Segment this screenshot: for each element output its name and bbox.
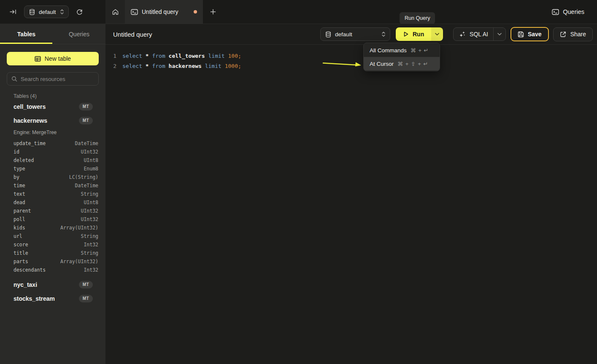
menu-item-shortcut: ⌘ + ↵ bbox=[411, 47, 429, 54]
sidebar-tabs: Tables Queries bbox=[0, 24, 105, 44]
refresh-button[interactable] bbox=[76, 8, 83, 16]
sql-ai-dropdown-button[interactable] bbox=[494, 28, 505, 40]
sidebar-tab-tables[interactable]: Tables bbox=[0, 24, 53, 44]
column-row: typeEnum8 bbox=[0, 164, 105, 173]
column-type: Array(UInt32) bbox=[60, 259, 98, 264]
column-name: parent bbox=[14, 208, 81, 214]
chevron-down-icon bbox=[435, 33, 439, 35]
column-name: id bbox=[14, 149, 81, 155]
column-name: descendants bbox=[14, 267, 84, 273]
sidebar-tab-tables-label: Tables bbox=[17, 31, 35, 38]
database-selector-toolbar[interactable]: default bbox=[320, 27, 390, 41]
menu-item-shortcut: ⌘ + ⇧ + ↵ bbox=[397, 61, 428, 67]
menu-item-at-cursor[interactable]: At Cursor⌘ + ⇧ + ↵ bbox=[364, 57, 440, 70]
refresh-icon bbox=[76, 8, 83, 16]
new-tab-button[interactable] bbox=[203, 0, 223, 24]
save-button-label: Save bbox=[528, 31, 542, 38]
engine-label: Engine: MergeTree bbox=[0, 128, 105, 137]
terminal-icon bbox=[131, 9, 138, 15]
column-name: deleted bbox=[14, 157, 84, 163]
column-row: idUInt32 bbox=[0, 148, 105, 156]
column-row: byLC(String) bbox=[0, 173, 105, 181]
run-button[interactable]: Run bbox=[396, 27, 431, 41]
database-icon bbox=[29, 9, 35, 15]
top-bar: default bbox=[0, 0, 597, 24]
new-table-label: New table bbox=[45, 55, 71, 62]
updown-chevron-icon bbox=[381, 31, 386, 37]
column-type: String bbox=[81, 233, 98, 239]
app-root: default bbox=[0, 0, 597, 364]
column-row: urlString bbox=[0, 232, 105, 240]
tab-label: Untitled query bbox=[142, 8, 190, 15]
search-icon bbox=[11, 76, 17, 82]
topbar-spacer bbox=[223, 0, 552, 24]
column-row: descendantsInt32 bbox=[0, 266, 105, 274]
column-type: UInt8 bbox=[84, 157, 98, 163]
active-tab-underline bbox=[0, 43, 52, 44]
column-row: pollUInt32 bbox=[0, 215, 105, 224]
sql-ai-button-group: SQL AI bbox=[453, 27, 506, 41]
sidebar-tab-queries-label: Queries bbox=[69, 31, 89, 38]
sql-editor[interactable]: 1select * from cell_towers limit 100;2se… bbox=[105, 45, 597, 364]
topbar-left-cluster: default bbox=[0, 0, 105, 24]
column-name: update_time bbox=[14, 140, 75, 146]
share-button[interactable]: Share bbox=[553, 27, 593, 41]
column-row: deadUInt8 bbox=[0, 198, 105, 207]
column-row: deletedUInt8 bbox=[0, 156, 105, 164]
menu-item-label: All Commands bbox=[370, 47, 407, 54]
home-button[interactable] bbox=[105, 0, 125, 24]
column-row: titleString bbox=[0, 249, 105, 257]
plus-icon bbox=[210, 9, 216, 15]
table-name: cell_towers bbox=[14, 103, 79, 110]
engine-badge: MT bbox=[79, 295, 93, 302]
queries-terminal-icon bbox=[552, 9, 559, 15]
table-row-hackernews[interactable]: hackernews MT bbox=[0, 113, 105, 127]
column-type: DateTime bbox=[75, 183, 98, 189]
column-row: scoreInt32 bbox=[0, 240, 105, 249]
column-row: textString bbox=[0, 190, 105, 198]
collapse-sidebar-button[interactable] bbox=[9, 8, 17, 15]
engine-badge: MT bbox=[79, 281, 93, 289]
database-selector-topbar[interactable]: default bbox=[24, 5, 69, 18]
column-name: poll bbox=[14, 216, 81, 222]
table-row-nyc-taxi[interactable]: nyc_taxi MT bbox=[0, 278, 105, 291]
sql-ai-button[interactable]: SQL AI bbox=[454, 28, 493, 40]
column-type: Enum8 bbox=[84, 166, 98, 172]
column-name: parts bbox=[14, 259, 60, 264]
annotation-arrow bbox=[321, 59, 363, 70]
tab-untitled-query[interactable]: Untitled query bbox=[125, 0, 203, 24]
column-type: UInt32 bbox=[81, 216, 98, 222]
column-type: LC(String) bbox=[69, 174, 98, 180]
table-row-stocks-stream[interactable]: stocks_stream MT bbox=[0, 291, 105, 305]
new-table-button[interactable]: New table bbox=[7, 52, 99, 65]
query-title: Untitled query bbox=[113, 31, 152, 38]
column-type: Array(UInt32) bbox=[60, 225, 98, 231]
database-icon bbox=[325, 31, 331, 38]
tab-bar: Untitled query bbox=[105, 0, 223, 24]
column-name: title bbox=[14, 250, 81, 256]
column-name: type bbox=[14, 166, 84, 172]
queries-button[interactable]: Queries bbox=[552, 0, 584, 24]
column-name: score bbox=[14, 242, 84, 248]
column-name: kids bbox=[14, 225, 60, 231]
database-selector-value: default bbox=[39, 9, 56, 15]
save-button[interactable]: Save bbox=[511, 27, 549, 41]
code-text: select * from cell_towers limit 100; bbox=[122, 53, 241, 59]
column-name: url bbox=[14, 233, 81, 239]
play-icon bbox=[403, 31, 409, 37]
run-options-menu: All Commands⌘ + ↵At Cursor⌘ + ⇧ + ↵ bbox=[363, 43, 440, 71]
table-name: stocks_stream bbox=[14, 295, 79, 302]
run-options-dropdown-button[interactable] bbox=[431, 27, 443, 41]
database-selector-value: default bbox=[335, 31, 378, 38]
column-type: UInt8 bbox=[84, 200, 98, 205]
sidebar-tab-queries[interactable]: Queries bbox=[53, 24, 105, 44]
search-input[interactable] bbox=[21, 76, 94, 82]
column-row: update_timeDateTime bbox=[0, 139, 105, 148]
menu-item-all-commands[interactable]: All Commands⌘ + ↵ bbox=[364, 43, 440, 57]
share-button-label: Share bbox=[570, 31, 586, 38]
share-icon bbox=[560, 31, 566, 38]
search-resources-box bbox=[7, 72, 99, 86]
tables-section-title: Tables (4) bbox=[0, 93, 105, 99]
table-row-cell-towers[interactable]: cell_towers MT bbox=[0, 100, 105, 113]
table-name: hackernews bbox=[14, 117, 79, 124]
